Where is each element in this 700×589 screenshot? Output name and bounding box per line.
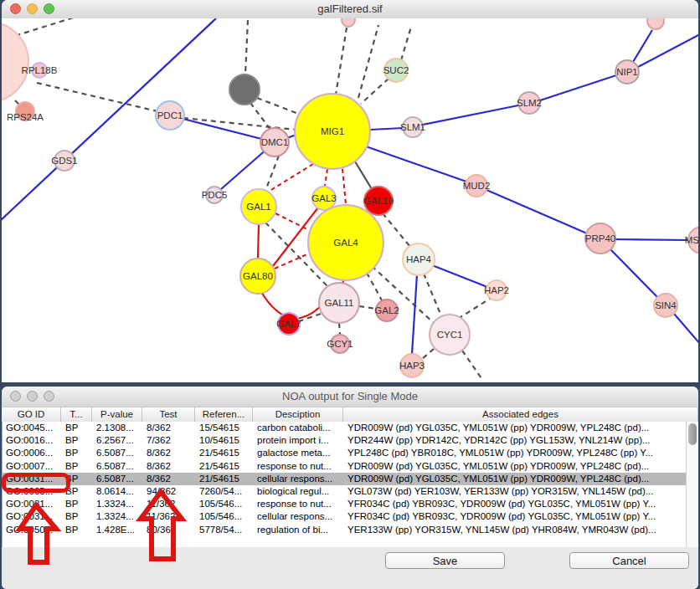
table-cell[interactable]: carbon cataboli... <box>254 422 344 434</box>
table-cell[interactable]: 6.5087... <box>93 460 143 473</box>
table-cell[interactable]: BP <box>62 473 93 485</box>
table-cell[interactable]: galactose meta... <box>254 447 344 459</box>
table-cell[interactable]: 15/54615 <box>196 422 254 434</box>
zoom-icon[interactable] <box>44 391 54 402</box>
table-cell[interactable]: 1.3324... <box>93 498 143 510</box>
edge-blue[interactable] <box>674 314 698 344</box>
edge-gray-dashed[interactable] <box>339 323 340 335</box>
close-icon[interactable] <box>10 391 21 402</box>
network-node[interactable] <box>647 18 664 29</box>
table-cell[interactable]: BP <box>62 524 93 536</box>
table-cell[interactable]: GO:0031... <box>3 473 62 485</box>
edge-gray-dashed[interactable] <box>359 306 376 309</box>
edge-red-dashed[interactable] <box>342 169 346 204</box>
network-node[interactable] <box>2 22 28 102</box>
edge-blue[interactable] <box>432 265 487 287</box>
edge-blue[interactable] <box>370 128 403 130</box>
table-cell[interactable]: YDR244W (pp) YDR142C, YDR142C (pp) YGL15… <box>344 434 687 447</box>
table-cell[interactable]: YPL248C (pd) YBR018C, YML051W (pp) YDR00… <box>344 447 687 459</box>
table-cell[interactable]: 10/54615 <box>196 434 254 447</box>
table-cell[interactable]: 8/362 <box>143 447 196 459</box>
column-header-3[interactable]: Test <box>142 407 195 422</box>
table-cell[interactable]: 8/362 <box>143 473 196 485</box>
network-node[interactable] <box>229 74 260 105</box>
table-cell[interactable]: YER133W (pp) YOR315W, YNL145W (pd) YHR08… <box>344 524 687 536</box>
column-header-4[interactable]: Referen... <box>195 407 253 422</box>
table-cell[interactable]: 80/362 <box>143 524 196 536</box>
save-button[interactable]: Save <box>385 552 505 569</box>
edge-blue[interactable] <box>423 105 518 125</box>
table-cell[interactable]: GO:0031... <box>3 510 62 523</box>
edge-blue[interactable] <box>633 30 652 62</box>
edge-red-dashed[interactable] <box>325 169 327 186</box>
table-cell[interactable]: BP <box>62 434 93 447</box>
table-cell[interactable]: 2.1308... <box>93 422 143 434</box>
noa-window-titlebar[interactable]: NOA output for Single Mode <box>2 387 698 407</box>
table-row[interactable]: GO:0031...BP6.5087...8/36221/54615cellul… <box>3 473 687 485</box>
table-cell[interactable]: YFR034C (pd) YBR093C, YDR009W (pd) YGL03… <box>344 498 687 510</box>
table-cell[interactable]: 21/54615 <box>196 447 254 459</box>
edge-gray-solid[interactable] <box>355 161 372 189</box>
table-cell[interactable]: 105/546... <box>196 498 254 510</box>
edge-gray-dashed[interactable] <box>367 273 382 300</box>
table-cell[interactable]: 8.0614... <box>93 485 143 498</box>
table-cell[interactable]: YDR009W (pd) YGL035C, YML051W (pp) YDR00… <box>344 422 687 434</box>
table-cell[interactable]: 1.3324... <box>93 510 143 523</box>
table-cell[interactable]: GO:0006... <box>3 447 62 459</box>
table-cell[interactable]: cellular respons... <box>254 510 344 523</box>
table-cell[interactable]: 8/362 <box>143 460 196 473</box>
network-canvas[interactable]: RPL18BRPS24AGDS1PDC1DMC1MIG1SUC2SLM1SLM2… <box>2 18 698 382</box>
close-icon[interactable] <box>10 3 21 14</box>
column-header-6[interactable]: Associated edges <box>343 407 698 422</box>
table-cell[interactable]: GO:0016... <box>3 434 62 447</box>
table-cell[interactable]: 6.2567... <box>93 434 143 447</box>
table-cell[interactable]: 21/54615 <box>196 473 254 485</box>
edge-red-dashed[interactable] <box>275 213 309 230</box>
edge-blue[interactable] <box>366 146 466 182</box>
edge-gray-dashed[interactable] <box>361 79 389 104</box>
table-cell[interactable]: GO:0007... <box>3 460 62 473</box>
table-cell[interactable]: BP <box>62 460 93 473</box>
table-cell[interactable]: 1.428E... <box>93 524 143 536</box>
table-cell[interactable]: regulation of bi... <box>254 524 344 536</box>
table-cell[interactable]: BP <box>62 422 93 434</box>
column-header-5[interactable]: Desciption <box>253 407 343 422</box>
table-cell[interactable]: 11/362 <box>143 510 196 523</box>
cancel-button[interactable]: Cancel <box>569 552 689 569</box>
table-cell[interactable]: 7260/54... <box>196 485 254 498</box>
minimize-icon[interactable] <box>27 3 38 14</box>
minimize-icon[interactable] <box>27 391 38 402</box>
table-scrollbar[interactable] <box>686 422 698 547</box>
edge-blue[interactable] <box>170 115 275 142</box>
edge-gray-dashed[interactable] <box>401 27 411 60</box>
edge-gray-dashed[interactable] <box>265 156 279 191</box>
edge-gray-dashed[interactable] <box>358 25 378 98</box>
table-cell[interactable]: BP <box>62 510 93 523</box>
edge-gray-dashed[interactable] <box>37 83 157 111</box>
edge-blue[interactable] <box>540 75 616 100</box>
table-row[interactable]: GO:0045...BP2.1308...8/36215/54615carbon… <box>3 422 687 434</box>
table-cell[interactable]: BP <box>62 485 93 498</box>
table-cell[interactable]: YFR034C (pd) YBR093C, YDR009W (pd) YGL03… <box>344 510 687 523</box>
edge-gray-dashed[interactable] <box>245 20 248 74</box>
table-cell[interactable]: response to nut... <box>254 460 344 473</box>
network-window-titlebar[interactable]: galFiltered.sif <box>2 0 698 19</box>
edge-blue[interactable] <box>486 190 587 233</box>
table-row[interactable]: GO:0031...BP1.3324...11/362105/546...res… <box>3 498 687 510</box>
table-cell[interactable]: YDR009W (pd) YGL035C, YML051W (pp) YDR00… <box>344 473 687 485</box>
zoom-icon[interactable] <box>44 3 54 14</box>
table-cell[interactable]: protein import i... <box>254 434 344 447</box>
table-row[interactable]: GO:0065...BP8.0614...94/3627260/54...bio… <box>3 485 687 498</box>
edge-gray-dashed[interactable] <box>424 274 442 318</box>
table-cell[interactable]: YGL073W (pd) YER103W, YER133W (pp) YOR31… <box>344 485 687 498</box>
edge-blue[interactable] <box>412 274 417 354</box>
column-header-2[interactable]: P-value <box>92 407 142 422</box>
table-cell[interactable]: 105/546... <box>196 510 254 523</box>
table-cell[interactable]: biological regul... <box>254 485 344 498</box>
edge-gray-dashed[interactable] <box>7 18 124 38</box>
edge-blue[interactable] <box>615 239 690 240</box>
column-header-1[interactable]: T... <box>61 407 92 422</box>
table-cell[interactable]: cellular respons... <box>254 473 344 485</box>
table-cell[interactable]: GO:0045... <box>3 422 62 434</box>
table-row[interactable]: GO:0006...BP6.5087...8/36221/54615galact… <box>3 447 687 459</box>
